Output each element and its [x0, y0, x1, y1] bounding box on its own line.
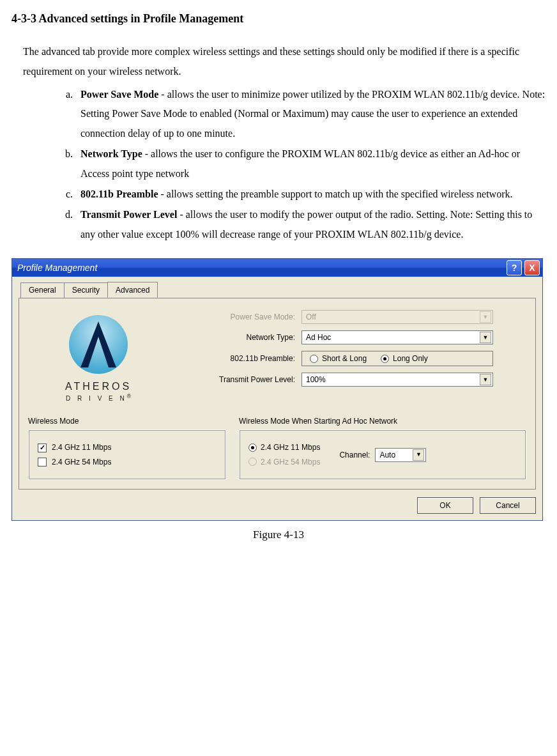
- select-tx-power[interactable]: 100% ▼: [301, 373, 493, 387]
- radio-icon: [381, 355, 389, 363]
- radio-icon: [248, 444, 257, 452]
- window-title: Profile Management: [17, 263, 504, 274]
- titlebar: Profile Management ? X: [12, 259, 542, 277]
- section-heading: 4-3-3 Advanced settings in Profile Manag…: [11, 8, 546, 29]
- label-tx-power: Transmit Power Level:: [180, 375, 301, 384]
- item-text: - allows the user to configure the PROXI…: [80, 148, 520, 178]
- select-network-type[interactable]: Ad Hoc ▼: [301, 330, 493, 344]
- radio-label: 2.4 GHz 54 Mbps: [261, 458, 320, 467]
- tab-panel-advanced: ATHEROS D R I V E N® Power Save Mode: Of…: [19, 298, 536, 490]
- check-label: 2.4 GHz 11 Mbps: [52, 443, 111, 452]
- select-channel[interactable]: Auto ▼: [375, 448, 426, 462]
- radio-label: Short & Long: [322, 354, 367, 363]
- group-adhoc-mode: 2.4 GHz 11 Mbps 2.4 GHz 54 Mbps Channel:…: [239, 429, 526, 480]
- label-network-type: Network Type:: [180, 333, 301, 342]
- radio-label: 2.4 GHz 11 Mbps: [261, 443, 320, 452]
- select-power-save: Off ▼: [301, 310, 493, 324]
- checkbox-icon: [38, 458, 47, 467]
- settings-list: Power Save Mode - allows the user to min…: [75, 85, 546, 244]
- logo-line2: D R I V E N: [66, 395, 127, 402]
- atheros-logo-icon: [60, 312, 137, 376]
- cancel-button[interactable]: Cancel: [480, 497, 536, 514]
- select-value: Ad Hoc: [306, 333, 331, 342]
- list-item: Network Type - allows the user to config…: [75, 144, 546, 183]
- radio-short-long[interactable]: Short & Long: [310, 354, 367, 363]
- intro-paragraph: The advanced tab provide more complex wi…: [23, 42, 546, 81]
- group-wireless-mode: 2.4 GHz 11 Mbps 2.4 GHz 54 Mbps: [28, 429, 226, 480]
- checkbox-icon: [38, 444, 47, 452]
- check-54mbps[interactable]: 2.4 GHz 54 Mbps: [38, 458, 111, 467]
- list-item: Transmit Power Level - allows the user t…: [75, 205, 546, 244]
- help-button[interactable]: ?: [507, 260, 522, 275]
- radio-long-only[interactable]: Long Only: [381, 354, 428, 363]
- group-adhoc-mode-label: Wireless Mode When Starting Ad Hoc Netwo…: [239, 417, 397, 426]
- list-item: 802.11b Preamble - allows setting the pr…: [75, 185, 546, 204]
- label-power-save: Power Save Mode:: [180, 312, 301, 321]
- dialog-window: Profile Management ? X General Security …: [11, 258, 543, 521]
- label-channel: Channel:: [339, 451, 370, 459]
- tabstrip: General Security Advanced: [19, 282, 536, 298]
- item-bold: 802.11b Preamble: [80, 189, 158, 199]
- item-bold: Power Save Mode: [80, 89, 158, 100]
- logo-line1: ATHEROS: [28, 380, 169, 392]
- radio-icon: [310, 355, 318, 363]
- close-button[interactable]: X: [524, 260, 540, 275]
- select-value: 100%: [306, 375, 326, 384]
- client-area: General Security Advanced: [12, 277, 542, 520]
- tab-general[interactable]: General: [20, 282, 65, 298]
- chevron-down-icon[interactable]: ▼: [480, 332, 491, 343]
- radio-label: Long Only: [393, 354, 428, 363]
- tab-advanced[interactable]: Advanced: [107, 282, 158, 298]
- radio-adhoc-11[interactable]: 2.4 GHz 11 Mbps: [248, 443, 320, 452]
- figure-caption: Figure 4-13: [11, 525, 546, 545]
- check-label: 2.4 GHz 54 Mbps: [52, 458, 111, 467]
- label-preamble: 802.11b Preamble:: [180, 354, 301, 363]
- radio-icon: [248, 458, 257, 466]
- check-11mbps[interactable]: 2.4 GHz 11 Mbps: [38, 443, 111, 452]
- item-text: - allows setting the preamble support to…: [158, 189, 512, 199]
- chevron-down-icon[interactable]: ▼: [413, 449, 424, 461]
- select-value: Auto: [379, 451, 395, 459]
- list-item: Power Save Mode - allows the user to min…: [75, 85, 546, 143]
- ok-button[interactable]: OK: [417, 497, 473, 514]
- tab-security[interactable]: Security: [64, 282, 108, 298]
- item-bold: Transmit Power Level: [80, 209, 177, 220]
- chevron-down-icon[interactable]: ▼: [480, 374, 491, 385]
- group-wireless-mode-label: Wireless Mode: [28, 417, 79, 426]
- preamble-group: Short & Long Long Only: [301, 351, 493, 366]
- chevron-down-icon: ▼: [480, 311, 491, 323]
- radio-adhoc-54: 2.4 GHz 54 Mbps: [248, 458, 320, 467]
- select-value: Off: [306, 312, 316, 321]
- atheros-logo: ATHEROS D R I V E N®: [28, 310, 169, 403]
- item-bold: Network Type: [80, 148, 142, 159]
